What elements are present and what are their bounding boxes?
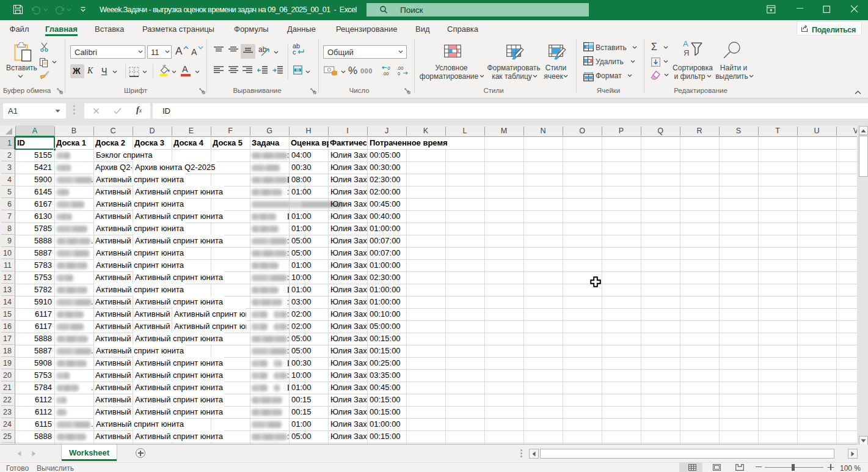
svg-text:.00: .00 — [382, 71, 388, 76]
svg-text:0: 0 — [398, 71, 400, 76]
svg-text:.00: .00 — [397, 65, 403, 71]
svg-text:0: 0 — [388, 65, 390, 71]
